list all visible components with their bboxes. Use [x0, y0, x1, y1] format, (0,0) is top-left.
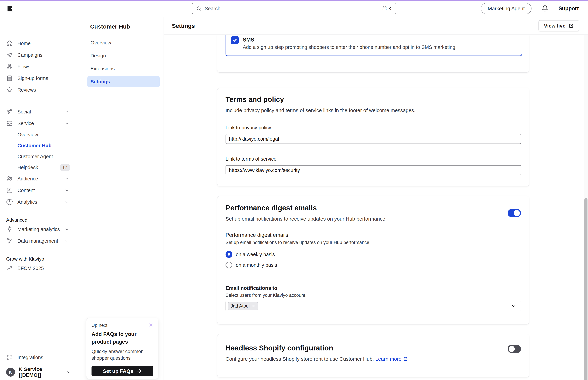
sidebar-item-label: Data management [18, 238, 58, 244]
headless-shopify-description-text: Configure your headless Shopify storefro… [226, 356, 374, 362]
sidebar-item-customer-agent[interactable]: Customer Agent [0, 151, 77, 162]
sidebar-item-marketing-analytics[interactable]: Marketing analytics [0, 224, 77, 235]
check-icon [232, 38, 237, 43]
chevron-down-icon [65, 109, 69, 114]
sms-checkbox[interactable] [231, 36, 239, 44]
sidebar-item-home[interactable]: Home [0, 38, 77, 49]
sidebar-item-bfcm[interactable]: BFCM 2025 [0, 263, 77, 274]
sidebar-item-social[interactable]: Social [0, 106, 77, 117]
sidebar-item-label: Helpdesk [18, 165, 38, 170]
sidebar-item-flows[interactable]: Flows [0, 61, 77, 73]
sidebar-item-label: Audience [18, 176, 38, 182]
sidebar-item-label: BFCM 2025 [18, 266, 44, 271]
sidebar-item-analytics[interactable]: Analytics [0, 196, 77, 208]
setup-faqs-button[interactable]: Set up FAQs [91, 366, 153, 376]
sidebar-item-label: Reviews [18, 87, 36, 93]
performance-digest-card: Performance digest emails Set up email n… [217, 196, 529, 324]
chevron-down-icon [65, 227, 69, 232]
scrollbar-thumb[interactable] [584, 198, 588, 380]
digest-frequency-title: Performance digest emails [226, 232, 521, 238]
support-link[interactable]: Support [558, 5, 579, 12]
account-avatar: K [6, 368, 15, 377]
recipient-chip: Jad Atoui [228, 302, 258, 310]
scrollbar-track[interactable] [584, 35, 588, 380]
search-icon [196, 6, 202, 11]
toggle-knob [514, 210, 520, 216]
sidebar-bottom: Integrations K K Service [[DEMO]] [0, 352, 77, 378]
subnav-item-label: Overview [90, 40, 111, 46]
subnav-item-overview[interactable]: Overview [88, 37, 160, 48]
headless-shopify-title: Headless Shopify configuration [226, 344, 521, 352]
sidebar-item-helpdesk[interactable]: Helpdesk 17 [0, 162, 77, 173]
subnav-item-settings[interactable]: Settings [88, 76, 160, 87]
email-recipients-select[interactable]: Jad Atoui [226, 301, 521, 311]
subnav-item-design[interactable]: Design [88, 50, 160, 61]
chevron-down-icon [65, 176, 69, 181]
sidebar-item-label: Home [18, 41, 31, 46]
monthly-radio-option[interactable]: on a monthly basis [226, 261, 521, 269]
terms-policy-card: Terms and policy Include privacy policy … [217, 88, 529, 186]
performance-digest-toggle[interactable] [508, 209, 521, 217]
recipient-chip-label: Jad Atoui [231, 304, 249, 309]
radio-unselected-icon [226, 262, 232, 268]
subnav-item-extensions[interactable]: Extensions [88, 63, 160, 74]
search-bar[interactable]: ⌘ K [192, 3, 396, 14]
trending-up-icon [6, 265, 13, 272]
sms-option-text: SMS Add a sign up step prompting shopper… [243, 36, 457, 55]
topbar: ⌘ K Marketing Agent Support [0, 0, 588, 17]
terms-policy-title: Terms and policy [226, 95, 521, 104]
search-shortcut: ⌘ K [382, 6, 392, 11]
home-icon [6, 40, 13, 47]
email-notifications-description: Select users from your Klaviyo account. [226, 293, 521, 298]
sidebar-item-label: Service [18, 121, 34, 126]
sidebar-item-data-management[interactable]: Data management [0, 235, 77, 247]
view-live-label: View live [544, 23, 566, 29]
sidebar-item-label: Analytics [18, 199, 37, 205]
settings-main: Settings View live SMS Add a sign [164, 17, 588, 380]
chevron-down-icon [511, 303, 517, 309]
lightbulb-icon [6, 226, 13, 233]
up-next-kicker: Up next [91, 323, 153, 328]
sidebar-item-service-overview[interactable]: Overview [0, 129, 77, 140]
sidebar-item-customer-hub[interactable]: Customer Hub [0, 140, 77, 151]
headless-shopify-toggle[interactable] [508, 345, 521, 353]
sidebar-item-integrations[interactable]: Integrations [0, 352, 77, 363]
topbar-right: Marketing Agent Support [481, 0, 579, 17]
account-switcher[interactable]: K K Service [[DEMO]] [0, 366, 77, 378]
view-live-button[interactable]: View live [538, 20, 579, 31]
notifications-bell-icon[interactable] [541, 5, 549, 12]
customer-hub-subnav: Customer Hub Overview Design Extensions … [77, 17, 164, 380]
learn-more-link[interactable]: Learn more [375, 356, 408, 362]
privacy-policy-label: Link to privacy policy [226, 125, 521, 131]
sidebar-item-reviews[interactable]: Reviews [0, 84, 77, 96]
sidebar-item-label: Overview [18, 132, 38, 137]
top-accent-strip [0, 0, 588, 1]
weekly-radio-option[interactable]: on a weekly basis [226, 251, 521, 258]
sidebar-item-signup-forms[interactable]: Sign-up forms [0, 73, 77, 84]
external-link-icon [569, 23, 574, 28]
sidebar-item-content[interactable]: Content [0, 185, 77, 196]
up-next-description: Quickly answer common shopper questions [91, 348, 153, 361]
privacy-policy-input[interactable] [226, 134, 521, 144]
search-input[interactable] [205, 6, 379, 11]
sidebar-item-campaigns[interactable]: Campaigns [0, 49, 77, 61]
terms-policy-description: Include privacy policy and terms of serv… [226, 107, 521, 114]
headless-shopify-card: Headless Shopify configuration Configure… [217, 334, 529, 378]
sms-option-label: SMS [243, 36, 457, 44]
sidebar-item-label: Customer Hub [18, 143, 52, 149]
sidebar-item-label: Customer Agent [18, 154, 53, 159]
headless-shopify-description: Configure your headless Shopify storefro… [226, 356, 521, 362]
sidebar-item-label: Content [18, 188, 35, 193]
sms-option-box[interactable]: SMS Add a sign up step prompting shopper… [226, 35, 522, 56]
sidebar-item-service[interactable]: Service [0, 117, 77, 129]
send-icon [6, 52, 13, 58]
inbox-icon [6, 120, 13, 127]
marketing-agent-button[interactable]: Marketing Agent [481, 3, 532, 14]
close-icon[interactable] [148, 323, 154, 327]
remove-recipient-icon[interactable] [252, 304, 255, 308]
form-icon [6, 75, 13, 82]
sidebar-item-audience[interactable]: Audience [0, 173, 77, 185]
terms-of-service-input[interactable] [226, 165, 521, 175]
klaviyo-logo-icon[interactable] [6, 5, 14, 13]
learn-more-label: Learn more [375, 356, 401, 362]
